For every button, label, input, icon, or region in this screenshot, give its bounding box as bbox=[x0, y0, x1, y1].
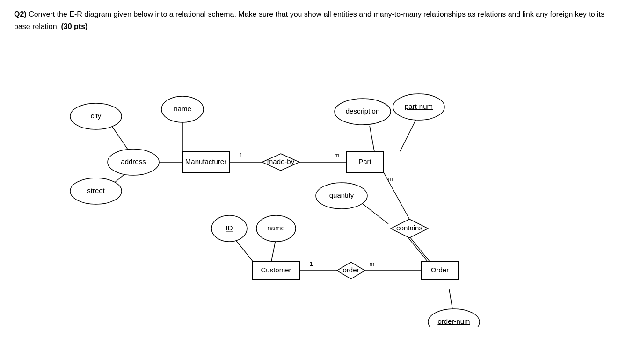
order-label: Order bbox=[431, 266, 449, 274]
card-order-orderrel: m bbox=[370, 261, 375, 268]
mfr-name-label: name bbox=[174, 105, 191, 113]
description-label: description bbox=[346, 107, 380, 115]
street-label: street bbox=[87, 186, 105, 194]
quantity-label: quantity bbox=[329, 191, 354, 199]
part-num-label: part-num bbox=[405, 102, 433, 110]
customer-label: Customer bbox=[261, 266, 291, 274]
order-rel-label: order bbox=[342, 266, 359, 274]
address-label: address bbox=[121, 157, 146, 165]
part-label: Part bbox=[358, 157, 371, 165]
made-by-label: made-by bbox=[267, 157, 295, 165]
question-body: Convert the E-R diagram given below into… bbox=[14, 10, 604, 30]
question-number: Q2) bbox=[14, 10, 27, 18]
card-part-contains: m bbox=[388, 176, 393, 183]
card-mfr-madeby: 1 bbox=[239, 152, 242, 159]
question-text: Q2) Convert the E-R diagram given below … bbox=[0, 0, 619, 32]
question-points: (30 pts) bbox=[61, 22, 88, 30]
card-part-madeby: m bbox=[335, 152, 340, 159]
er-diagram: 1 m m m 1 m Manufacturer Part Customer O… bbox=[0, 37, 619, 327]
svg-line-6 bbox=[370, 126, 374, 151]
cust-name-label: name bbox=[267, 224, 285, 232]
city-label: city bbox=[91, 112, 102, 120]
svg-line-8 bbox=[384, 172, 409, 219]
svg-line-12 bbox=[234, 238, 253, 261]
id-label: ID bbox=[226, 224, 233, 232]
contains-label: contains bbox=[396, 224, 422, 232]
order-num-label: order-num bbox=[437, 317, 470, 325]
manufacturer-label: Manufacturer bbox=[185, 157, 226, 165]
card-cust-order: 1 bbox=[309, 261, 313, 268]
svg-line-7 bbox=[400, 119, 416, 151]
